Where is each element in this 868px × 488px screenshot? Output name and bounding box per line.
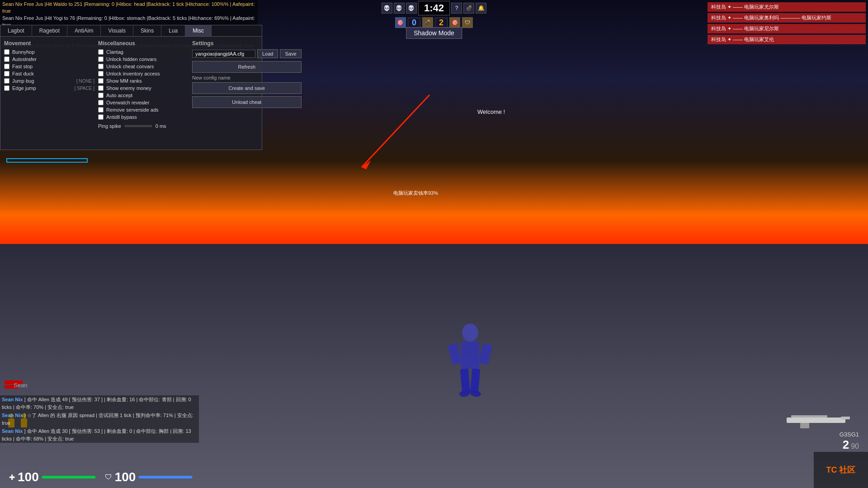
chat-line-2: Sean Nix ] 命中 Allen 造成 30 [ 预估伤害: 53 ] |… xyxy=(0,427,199,443)
clantag-checkbox[interactable] xyxy=(98,49,104,55)
edge-jump-label: Edge jump xyxy=(12,85,36,91)
show-mm-ranks-item[interactable]: Show MM ranks xyxy=(98,78,189,84)
autostrafer-label: Autostrafer xyxy=(12,56,37,62)
info-icon: 🔔 xyxy=(476,3,486,14)
unlock-hidden-convars-item[interactable]: Unlock hidden convars xyxy=(98,56,189,62)
fast-duck-checkbox[interactable] xyxy=(4,71,9,76)
misc-header: Miscellaneous xyxy=(98,40,189,47)
shadow-mode-indicator: Shadow Mode xyxy=(406,27,462,39)
chat-line-0: Sean Nix ] 命中 Allen 造成 49 [ 预估伤害: 37 ] |… xyxy=(0,395,199,411)
health-value: 100 xyxy=(18,470,39,484)
tab-lua[interactable]: Lua xyxy=(161,25,185,36)
unlock-hidden-convars-label: Unlock hidden convars xyxy=(106,56,156,62)
skull-icon3: 💀 xyxy=(406,3,417,14)
config-input[interactable] xyxy=(192,50,255,58)
jump-bug-item[interactable]: Jump bug [ NONE ] xyxy=(4,78,94,84)
tab-ragebot[interactable]: Ragebot xyxy=(32,25,67,36)
unlock-cheat-convars-checkbox[interactable] xyxy=(98,64,104,69)
autostrafer-item[interactable]: Autostrafer xyxy=(4,56,94,62)
unlock-hidden-convars-checkbox[interactable] xyxy=(98,56,104,62)
unlock-cheat-convars-label: Unlock cheat convars xyxy=(106,64,154,69)
fast-stop-checkbox[interactable] xyxy=(4,64,9,69)
skull-icon: 💀 xyxy=(382,3,392,14)
show-enemy-money-checkbox[interactable] xyxy=(98,85,104,91)
settings-column: Settings Load Save Refresh New config na… xyxy=(192,40,302,146)
team-list: 科技岛 ✦ —— 电脑玩家尤尔斯 科技岛 ✦ —— 电脑玩家奥利吗 ———— 电… xyxy=(708,2,866,44)
enemy-money-label: 电脑玩家卖钱率93% xyxy=(393,190,438,197)
ping-row: Ping spike 0 ms xyxy=(98,123,189,129)
tab-antiaim[interactable]: AntiAim xyxy=(67,25,101,36)
auto-accept-item[interactable]: Auto accept xyxy=(98,93,189,98)
tab-misc[interactable]: Misc xyxy=(185,25,212,36)
auto-accept-checkbox[interactable] xyxy=(98,93,104,98)
health-box-indicator xyxy=(6,158,97,163)
timer-area: 💀 💀 💀 1:42 ? 💣 🔔 🎯 0 💣 2 🎯 🛡 xyxy=(382,1,486,28)
unlock-inventory-checkbox[interactable] xyxy=(98,71,104,76)
ct-score: 0 xyxy=(408,18,420,28)
health-icon: ✚ xyxy=(9,473,15,482)
refresh-button[interactable]: Refresh xyxy=(192,61,302,73)
bottom-hud: ✚ 100 🛡 100 xyxy=(0,443,868,488)
svg-rect-11 xyxy=(791,415,827,418)
chat-text-1: ] ☆了 Allen 的 右腿 原因 spread | 尝试回溯 1 tick … xyxy=(2,413,193,426)
bomb-icon: 💣 xyxy=(463,3,474,14)
antidll-bypass-checkbox[interactable] xyxy=(98,114,104,120)
team-entry-3: 科技岛 ✦ —— 电脑玩家艾伦 xyxy=(708,35,866,44)
menu-body: Movement Bunnyhop Autostrafer Fast stop … xyxy=(0,37,262,150)
bomb-icon2: 💣 xyxy=(422,17,433,28)
armor-icon: 🛡 xyxy=(105,473,112,481)
antidll-bypass-item[interactable]: Antidll bypass xyxy=(98,114,189,120)
show-enemy-money-label: Show enemy money xyxy=(106,85,151,91)
show-mm-ranks-label: Show MM ranks xyxy=(106,78,142,84)
overwatch-revealer-item[interactable]: Overwatch revealer xyxy=(98,100,189,105)
movement-header: Movement xyxy=(4,40,94,47)
chat-name-0: Sean Nix xyxy=(2,397,23,402)
fast-duck-label: Fast duck xyxy=(12,71,34,76)
svg-point-0 xyxy=(462,324,478,342)
save-button[interactable]: Save xyxy=(280,49,301,58)
edge-jump-keybind: [ SPACE ] xyxy=(75,86,94,91)
tc-logo: TC 社区 xyxy=(814,452,868,488)
ct-icon: 🎯 xyxy=(395,17,406,28)
weapon-ammo: 2 xyxy=(843,438,849,452)
jump-bug-keybind: [ NONE ] xyxy=(76,79,94,84)
chat-name-1: Sean Nix xyxy=(2,413,23,418)
unlock-cheat-convars-item[interactable]: Unlock cheat convars xyxy=(98,64,189,69)
armor-bar-fill xyxy=(138,476,193,479)
player-character xyxy=(425,314,515,429)
tab-visuals[interactable]: Visuals xyxy=(101,25,133,36)
fast-stop-item[interactable]: Fast stop xyxy=(4,64,94,69)
settings-header: Settings xyxy=(192,40,302,47)
jump-bug-checkbox[interactable] xyxy=(4,78,9,84)
chat-log: Sean Nix ] 命中 Allen 造成 49 [ 预估伤害: 37 ] |… xyxy=(0,395,199,443)
tab-skins[interactable]: Skins xyxy=(133,25,161,36)
ping-spike-label: Ping spike xyxy=(98,123,121,129)
shield-icon: 🛡 xyxy=(462,17,473,28)
unlock-inventory-item[interactable]: Unlock inventory access xyxy=(98,71,189,76)
show-mm-ranks-checkbox[interactable] xyxy=(98,78,104,84)
svg-rect-1 xyxy=(461,342,479,369)
autostrafer-checkbox[interactable] xyxy=(4,56,9,62)
overwatch-revealer-checkbox[interactable] xyxy=(98,100,104,105)
bunnyhop-checkbox[interactable] xyxy=(4,49,9,55)
create-save-button[interactable]: Create and save xyxy=(192,82,302,94)
weapon-reserve: 90 xyxy=(851,442,859,450)
tab-lagbot[interactable]: Lagbot xyxy=(0,25,32,36)
edge-jump-item[interactable]: Edge jump [ SPACE ] xyxy=(4,85,94,91)
fast-duck-item[interactable]: Fast duck xyxy=(4,71,94,76)
ping-bar xyxy=(125,125,152,127)
bunnyhop-label: Bunnyhop xyxy=(12,49,35,55)
player-name-display: Sean xyxy=(14,382,27,389)
health-bar xyxy=(42,476,96,479)
load-button[interactable]: Load xyxy=(257,49,278,58)
team-entry-1: 科技岛 ✦ —— 电脑玩家奥利吗 ———— 电脑玩家约斯 xyxy=(708,13,866,23)
unload-cheat-button[interactable]: Unload cheat xyxy=(192,96,302,108)
edge-jump-checkbox[interactable] xyxy=(4,85,9,91)
bunnyhop-item[interactable]: Bunnyhop xyxy=(4,49,94,55)
clantag-item[interactable]: Clantag xyxy=(98,49,189,55)
remove-serverside-ads-checkbox[interactable] xyxy=(98,107,104,113)
remove-serverside-ads-item[interactable]: Remove serverside ads xyxy=(98,107,189,113)
show-enemy-money-item[interactable]: Show enemy money xyxy=(98,85,189,91)
movement-column: Movement Bunnyhop Autostrafer Fast stop … xyxy=(4,40,94,146)
weapon-display: G3SG1 2 90 xyxy=(778,408,859,452)
